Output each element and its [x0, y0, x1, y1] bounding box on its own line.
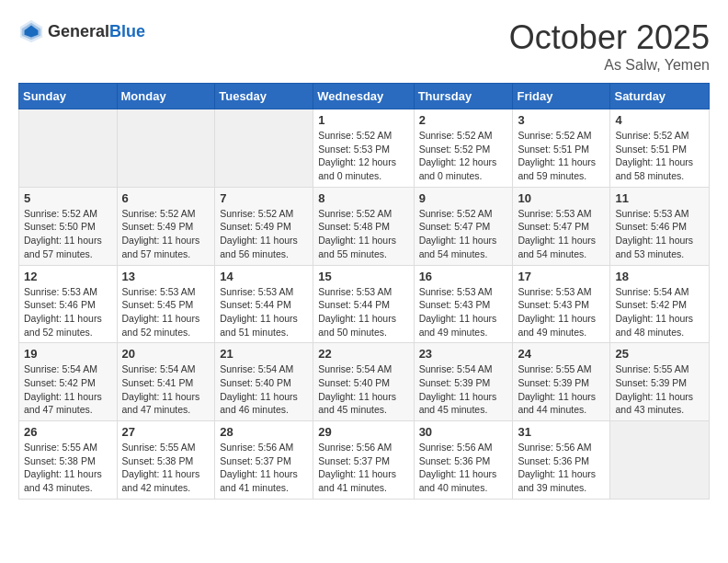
- day-number: 11: [615, 191, 704, 205]
- day-number: 15: [318, 270, 408, 283]
- calendar-cell: 11Sunrise: 5:53 AM Sunset: 5:46 PM Dayli…: [610, 187, 710, 265]
- day-info: Sunrise: 5:54 AM Sunset: 5:40 PM Dayligh…: [318, 362, 408, 417]
- weekday-header-monday: Monday: [117, 84, 215, 109]
- day-number: 12: [24, 270, 112, 283]
- day-number: 18: [615, 270, 704, 283]
- day-number: 17: [518, 270, 605, 283]
- day-number: 8: [318, 191, 408, 205]
- day-number: 13: [122, 270, 210, 283]
- weekday-header-tuesday: Tuesday: [215, 84, 313, 109]
- day-number: 4: [615, 113, 704, 127]
- calendar-cell: 17Sunrise: 5:53 AM Sunset: 5:43 PM Dayli…: [513, 265, 610, 343]
- day-info: Sunrise: 5:53 AM Sunset: 5:46 PM Dayligh…: [615, 207, 704, 261]
- day-info: Sunrise: 5:53 AM Sunset: 5:47 PM Dayligh…: [518, 207, 605, 261]
- day-info: Sunrise: 5:56 AM Sunset: 5:36 PM Dayligh…: [419, 441, 508, 495]
- calendar-cell: 30Sunrise: 5:56 AM Sunset: 5:36 PM Dayli…: [414, 421, 513, 500]
- calendar-cell: 4Sunrise: 5:52 AM Sunset: 5:51 PM Daylig…: [610, 109, 710, 188]
- month-title: October 2025: [509, 18, 710, 57]
- location-title: As Salw, Yemen: [509, 57, 710, 74]
- day-number: 31: [518, 425, 605, 439]
- day-number: 1: [318, 113, 408, 127]
- logo-text: GeneralBlue: [48, 22, 145, 41]
- calendar-cell: 14Sunrise: 5:53 AM Sunset: 5:44 PM Dayli…: [215, 265, 313, 343]
- day-number: 10: [518, 191, 605, 205]
- day-number: 20: [122, 347, 210, 361]
- day-number: 2: [419, 113, 508, 127]
- calendar-cell: 21Sunrise: 5:54 AM Sunset: 5:40 PM Dayli…: [215, 343, 313, 421]
- day-info: Sunrise: 5:53 AM Sunset: 5:44 PM Dayligh…: [318, 285, 408, 339]
- day-number: 7: [220, 191, 308, 205]
- day-number: 26: [24, 425, 112, 439]
- day-info: Sunrise: 5:53 AM Sunset: 5:43 PM Dayligh…: [419, 285, 508, 339]
- calendar-cell: 10Sunrise: 5:53 AM Sunset: 5:47 PM Dayli…: [513, 187, 610, 265]
- logo-icon: [18, 18, 44, 44]
- calendar-cell: 23Sunrise: 5:54 AM Sunset: 5:39 PM Dayli…: [414, 343, 513, 421]
- day-info: Sunrise: 5:52 AM Sunset: 5:50 PM Dayligh…: [24, 207, 112, 261]
- day-info: Sunrise: 5:56 AM Sunset: 5:37 PM Dayligh…: [220, 441, 308, 495]
- calendar-cell: [215, 109, 313, 188]
- day-info: Sunrise: 5:54 AM Sunset: 5:42 PM Dayligh…: [615, 285, 704, 339]
- logo: GeneralBlue: [18, 18, 145, 44]
- day-info: Sunrise: 5:53 AM Sunset: 5:43 PM Dayligh…: [518, 285, 605, 339]
- calendar-cell: [19, 109, 118, 188]
- calendar-cell: 6Sunrise: 5:52 AM Sunset: 5:49 PM Daylig…: [117, 187, 215, 265]
- day-number: 14: [220, 270, 308, 283]
- day-info: Sunrise: 5:54 AM Sunset: 5:41 PM Dayligh…: [122, 362, 210, 417]
- day-number: 25: [615, 347, 704, 361]
- day-number: 6: [122, 191, 210, 205]
- day-info: Sunrise: 5:52 AM Sunset: 5:48 PM Dayligh…: [318, 207, 408, 261]
- day-number: 24: [518, 347, 605, 361]
- day-info: Sunrise: 5:52 AM Sunset: 5:49 PM Dayligh…: [220, 207, 308, 261]
- calendar-cell: 13Sunrise: 5:53 AM Sunset: 5:45 PM Dayli…: [117, 265, 215, 343]
- weekday-header-sunday: Sunday: [19, 84, 118, 109]
- week-row-1: 1Sunrise: 5:52 AM Sunset: 5:53 PM Daylig…: [19, 109, 710, 188]
- day-number: 9: [419, 191, 508, 205]
- day-info: Sunrise: 5:52 AM Sunset: 5:47 PM Dayligh…: [419, 207, 508, 261]
- week-row-4: 19Sunrise: 5:54 AM Sunset: 5:42 PM Dayli…: [19, 343, 710, 421]
- calendar-table: SundayMondayTuesdayWednesdayThursdayFrid…: [18, 83, 710, 500]
- day-info: Sunrise: 5:52 AM Sunset: 5:53 PM Dayligh…: [318, 129, 408, 183]
- calendar-cell: [117, 109, 215, 188]
- calendar-cell: 3Sunrise: 5:52 AM Sunset: 5:51 PM Daylig…: [513, 109, 610, 188]
- day-number: 27: [122, 425, 210, 439]
- day-info: Sunrise: 5:55 AM Sunset: 5:38 PM Dayligh…: [24, 441, 112, 495]
- day-info: Sunrise: 5:52 AM Sunset: 5:49 PM Dayligh…: [122, 207, 210, 261]
- day-info: Sunrise: 5:53 AM Sunset: 5:44 PM Dayligh…: [220, 285, 308, 339]
- calendar-cell: 15Sunrise: 5:53 AM Sunset: 5:44 PM Dayli…: [313, 265, 414, 343]
- day-info: Sunrise: 5:55 AM Sunset: 5:39 PM Dayligh…: [518, 362, 605, 417]
- page-header: GeneralBlue October 2025 As Salw, Yemen: [18, 18, 710, 74]
- day-info: Sunrise: 5:52 AM Sunset: 5:51 PM Dayligh…: [615, 129, 704, 183]
- day-info: Sunrise: 5:55 AM Sunset: 5:39 PM Dayligh…: [615, 362, 704, 417]
- day-info: Sunrise: 5:55 AM Sunset: 5:38 PM Dayligh…: [122, 441, 210, 495]
- day-number: 22: [318, 347, 408, 361]
- day-info: Sunrise: 5:56 AM Sunset: 5:36 PM Dayligh…: [518, 441, 605, 495]
- calendar-cell: 12Sunrise: 5:53 AM Sunset: 5:46 PM Dayli…: [19, 265, 118, 343]
- day-number: 28: [220, 425, 308, 439]
- day-info: Sunrise: 5:52 AM Sunset: 5:51 PM Dayligh…: [518, 129, 605, 183]
- calendar-cell: 5Sunrise: 5:52 AM Sunset: 5:50 PM Daylig…: [19, 187, 118, 265]
- day-info: Sunrise: 5:52 AM Sunset: 5:52 PM Dayligh…: [419, 129, 508, 183]
- day-number: 30: [419, 425, 508, 439]
- title-area: October 2025 As Salw, Yemen: [509, 18, 710, 74]
- calendar-cell: 26Sunrise: 5:55 AM Sunset: 5:38 PM Dayli…: [19, 421, 118, 500]
- calendar-cell: 28Sunrise: 5:56 AM Sunset: 5:37 PM Dayli…: [215, 421, 313, 500]
- calendar-cell: 16Sunrise: 5:53 AM Sunset: 5:43 PM Dayli…: [414, 265, 513, 343]
- day-number: 21: [220, 347, 308, 361]
- calendar-cell: 24Sunrise: 5:55 AM Sunset: 5:39 PM Dayli…: [513, 343, 610, 421]
- day-number: 3: [518, 113, 605, 127]
- week-row-5: 26Sunrise: 5:55 AM Sunset: 5:38 PM Dayli…: [19, 421, 710, 500]
- day-info: Sunrise: 5:54 AM Sunset: 5:42 PM Dayligh…: [24, 362, 112, 417]
- day-number: 29: [318, 425, 408, 439]
- calendar-cell: 18Sunrise: 5:54 AM Sunset: 5:42 PM Dayli…: [610, 265, 710, 343]
- calendar-cell: 25Sunrise: 5:55 AM Sunset: 5:39 PM Dayli…: [610, 343, 710, 421]
- day-info: Sunrise: 5:56 AM Sunset: 5:37 PM Dayligh…: [318, 441, 408, 495]
- weekday-header-friday: Friday: [513, 84, 610, 109]
- day-number: 23: [419, 347, 508, 361]
- calendar-cell: 31Sunrise: 5:56 AM Sunset: 5:36 PM Dayli…: [513, 421, 610, 500]
- weekday-header-wednesday: Wednesday: [313, 84, 414, 109]
- calendar-cell: 22Sunrise: 5:54 AM Sunset: 5:40 PM Dayli…: [313, 343, 414, 421]
- calendar-cell: 27Sunrise: 5:55 AM Sunset: 5:38 PM Dayli…: [117, 421, 215, 500]
- day-info: Sunrise: 5:54 AM Sunset: 5:39 PM Dayligh…: [419, 362, 508, 417]
- calendar-cell: 1Sunrise: 5:52 AM Sunset: 5:53 PM Daylig…: [313, 109, 414, 188]
- day-number: 5: [24, 191, 112, 205]
